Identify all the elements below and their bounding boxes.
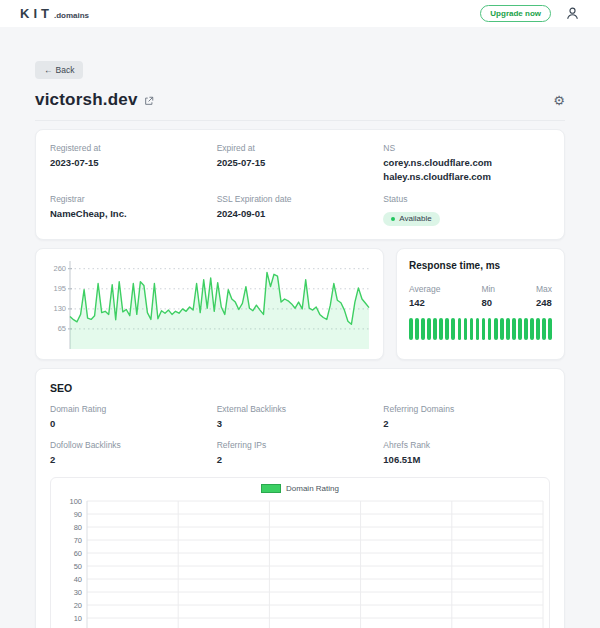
app-logo[interactable]: KIT .domains [20,6,89,21]
settings-gear-icon[interactable]: ⚙ [553,94,565,107]
spark-ytick-label: 65 [58,324,66,333]
ns-record-1: corey.ns.cloudflare.com [383,156,550,170]
field-label: Expired at [217,143,384,153]
rating-ytick-label: 20 [74,601,82,610]
stat-label: External Backlinks [217,404,384,414]
title-row: victorsh.dev ⚙ [35,90,565,121]
uptime-bar [482,318,486,340]
domain-rating-chart: 01020304050607080901002024-06-162024-06-… [55,495,545,628]
seo-stat-dofollow-backlinks: Dofollow Backlinks 2 [50,440,217,467]
external-link-icon[interactable] [144,96,154,106]
uptime-bar [548,318,552,340]
uptime-bar [536,318,540,340]
uptime-bar [451,318,455,340]
stat-label: Referring IPs [217,440,384,450]
field-status: Status Available [383,194,550,226]
status-dot-icon [391,217,395,221]
topbar-actions: Upgrade now [480,5,580,22]
uptime-bar [542,318,546,340]
stat-value: 142 [409,296,441,310]
response-time-chart-svg: 65130195260 [42,253,377,355]
stat-min: Min 80 [481,284,495,310]
response-time-chart-card: 65130195260 [35,248,384,360]
field-label: NS [383,143,550,153]
uptime-bars [409,318,552,340]
rating-ytick-label: 100 [69,497,82,506]
field-value: 2024-09-01 [217,207,384,221]
logo-text: KIT [20,6,53,21]
uptime-bar [415,318,419,340]
domain-info-card: Registered at 2023-07-15 Expired at 2025… [35,129,565,240]
user-profile-icon[interactable] [565,6,580,21]
stat-value: 248 [536,296,552,310]
domain-rating-chart-box: Domain Rating 01020304050607080901002024… [50,477,550,628]
field-label: Status [383,194,550,204]
seo-stat-domain-rating: Domain Rating 0 [50,404,217,431]
uptime-bar [500,318,504,340]
field-value: NameCheap, Inc. [50,207,217,221]
stat-label: Min [481,284,495,294]
field-value: 2025-07-15 [217,156,384,170]
stat-label: Average [409,284,441,294]
uptime-bar [439,318,443,340]
status-text: Available [399,214,431,223]
uptime-bar [506,318,510,340]
rating-ytick-label: 90 [74,510,82,519]
response-time-stats: Average 142 Min 80 Max 248 [409,284,552,310]
stat-value: 3 [217,417,384,431]
page-title: victorsh.dev [35,90,138,110]
response-time-stats-card: Response time, ms Average 142 Min 80 Max… [396,248,565,360]
logo-suffix: .domains [54,11,89,20]
status-badge: Available [383,212,439,226]
field-ssl-expiration: SSL Expiration date 2024-09-01 [217,194,384,226]
uptime-bar [476,318,480,340]
field-registered-at: Registered at 2023-07-15 [50,143,217,184]
response-time-chart: 65130195260 [42,253,377,359]
field-value: 2023-07-15 [50,156,217,170]
seo-card: SEO Domain Rating 0 External Backlinks 3… [35,368,565,628]
spark-ytick-label: 260 [53,264,66,273]
stat-max: Max 248 [536,284,552,310]
seo-stat-ahrefs-rank: Ahrefs Rank 106.51M [383,440,550,467]
seo-stat-referring-ips: Referring IPs 2 [217,440,384,467]
back-button[interactable]: ← Back [35,61,83,79]
field-ns: NS corey.ns.cloudflare.com haley.ns.clou… [383,143,550,184]
stat-label: Ahrefs Rank [383,440,550,450]
spark-ytick-label: 130 [53,304,66,313]
uptime-bar [470,318,474,340]
seo-stat-referring-domains: Referring Domains 2 [383,404,550,431]
stat-label: Dofollow Backlinks [50,440,217,450]
uptime-bar [409,318,413,340]
field-expired-at: Expired at 2025-07-15 [217,143,384,184]
uptime-bar [518,318,522,340]
stat-value: 2 [217,453,384,467]
rating-ytick-label: 70 [74,536,82,545]
field-label: Registrar [50,194,217,204]
legend-swatch-icon [261,484,281,493]
page-content: ← Back victorsh.dev ⚙ Registered at 2023… [0,27,600,628]
uptime-bar [458,318,462,340]
seo-title: SEO [50,382,550,394]
uptime-bar [530,318,534,340]
spark-ytick-label: 195 [53,284,66,293]
charts-row: 65130195260 Response time, ms Average 14… [35,248,565,360]
uptime-bar [427,318,431,340]
uptime-bar [512,318,516,340]
back-label: Back [56,65,75,75]
stat-value: 2 [50,453,217,467]
uptime-bar [445,318,449,340]
uptime-bar [488,318,492,340]
back-arrow-icon: ← [44,65,53,75]
stat-value: 106.51M [383,453,550,467]
stat-value: 80 [481,296,495,310]
uptime-bar [524,318,528,340]
stat-value: 2 [383,417,550,431]
rating-ytick-label: 50 [74,562,82,571]
stat-label: Referring Domains [383,404,550,414]
upgrade-now-button[interactable]: Upgrade now [480,5,551,22]
chart-legend: Domain Rating [55,484,545,493]
rating-ytick-label: 40 [74,575,82,584]
response-time-title: Response time, ms [409,260,552,271]
field-registrar: Registrar NameCheap, Inc. [50,194,217,226]
uptime-bar [421,318,425,340]
